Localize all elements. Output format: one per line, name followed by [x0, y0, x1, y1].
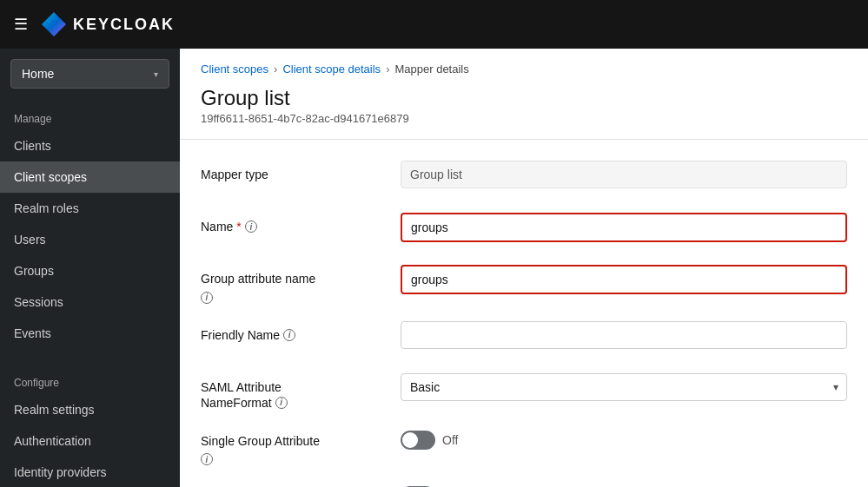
name-label: Name * i	[201, 213, 401, 234]
single-group-control: Off	[401, 427, 847, 450]
sidebar-item-client-scopes[interactable]: Client scopes	[0, 161, 180, 193]
friendly-name-row: Friendly Name i	[201, 321, 847, 356]
group-attribute-name-input[interactable]	[401, 265, 847, 294]
single-group-label: Single Group Attribute i	[201, 427, 401, 466]
logo-diamond-icon	[42, 12, 66, 36]
form-area: Mapper type Name * i	[180, 140, 868, 487]
full-group-path-control: Off	[401, 483, 847, 487]
realm-selector[interactable]: Home ▾	[10, 59, 169, 89]
single-group-info-icon[interactable]: i	[201, 453, 213, 465]
breadcrumb-mapper-details: Mapper details	[394, 63, 468, 76]
mapper-type-input	[401, 161, 847, 188]
name-row: Name * i	[201, 213, 847, 247]
breadcrumb-client-scope-details[interactable]: Client scope details	[282, 63, 381, 76]
sidebar-item-users[interactable]: Users	[0, 224, 180, 255]
required-star: *	[236, 220, 241, 234]
breadcrumb-client-scopes[interactable]: Client scopes	[201, 63, 268, 76]
saml-attribute-control: Basic URI Reference Unspecified ▾	[401, 373, 847, 401]
configure-section-label: Configure	[0, 363, 180, 394]
sidebar: Home ▾ Manage Clients Client scopes Real…	[0, 49, 180, 487]
sidebar-item-identity-providers[interactable]: Identity providers	[0, 457, 180, 487]
friendly-name-control	[401, 321, 847, 349]
mapper-type-row: Mapper type	[201, 161, 847, 195]
full-group-path-row: Full group path i Off	[201, 483, 847, 487]
name-control	[401, 213, 847, 242]
realm-chevron-icon: ▾	[154, 69, 158, 79]
logo: KEYCLOAK	[42, 12, 175, 36]
friendly-name-input[interactable]	[401, 321, 847, 349]
mapper-type-control	[401, 161, 847, 188]
single-group-row: Single Group Attribute i Off	[201, 427, 847, 466]
page-title: Group list	[201, 86, 847, 110]
single-group-toggle-container: Off	[401, 427, 847, 450]
saml-select-wrapper: Basic URI Reference Unspecified ▾	[401, 373, 847, 401]
friendly-name-label: Friendly Name i	[201, 321, 401, 342]
friendly-name-info-icon[interactable]: i	[283, 329, 295, 341]
page-subtitle: 19ff6611-8651-4b7c-82ac-d941671e6879	[201, 112, 847, 125]
sidebar-item-authentication[interactable]: Authentication	[0, 425, 180, 457]
logo-text: KEYCLOAK	[73, 16, 175, 34]
main-layout: Home ▾ Manage Clients Client scopes Real…	[0, 49, 868, 487]
group-attr-info-icon[interactable]: i	[201, 292, 213, 304]
group-attribute-name-control	[401, 265, 847, 294]
content-area: Client scopes › Client scope details › M…	[180, 49, 868, 487]
full-group-path-toggle-container: Off	[401, 483, 847, 487]
name-info-icon[interactable]: i	[245, 220, 257, 233]
realm-name: Home	[22, 67, 54, 81]
sidebar-item-realm-settings[interactable]: Realm settings	[0, 394, 180, 425]
sidebar-item-realm-roles[interactable]: Realm roles	[0, 193, 180, 224]
sidebar-item-sessions[interactable]: Sessions	[0, 286, 180, 318]
single-group-toggle[interactable]	[401, 431, 435, 450]
group-attribute-name-row: Group attribute name i	[201, 265, 847, 304]
page-header: Group list 19ff6611-8651-4b7c-82ac-d9416…	[180, 82, 868, 140]
sidebar-item-groups[interactable]: Groups	[0, 255, 180, 286]
saml-info-icon[interactable]: i	[275, 397, 288, 409]
sidebar-item-clients[interactable]: Clients	[0, 130, 180, 161]
name-input[interactable]	[401, 213, 847, 242]
single-group-toggle-label: Off	[442, 433, 458, 447]
menu-icon[interactable]: ☰	[14, 15, 28, 34]
full-group-path-label: Full group path i	[201, 483, 401, 487]
breadcrumb: Client scopes › Client scope details › M…	[180, 49, 868, 82]
saml-attribute-select[interactable]: Basic URI Reference Unspecified	[401, 373, 847, 401]
navbar: ☰ KEYCLOAK	[0, 0, 868, 49]
manage-section-label: Manage	[0, 99, 180, 130]
breadcrumb-sep-1: ›	[274, 63, 277, 76]
mapper-type-label: Mapper type	[201, 161, 401, 181]
saml-attribute-row: SAML Attribute NameFormat i Basic URI Re…	[201, 373, 847, 410]
breadcrumb-sep-2: ›	[386, 63, 389, 76]
sidebar-item-events[interactable]: Events	[0, 318, 180, 349]
group-attribute-name-label: Group attribute name i	[201, 265, 401, 304]
saml-attribute-label: SAML Attribute NameFormat i	[201, 373, 401, 410]
